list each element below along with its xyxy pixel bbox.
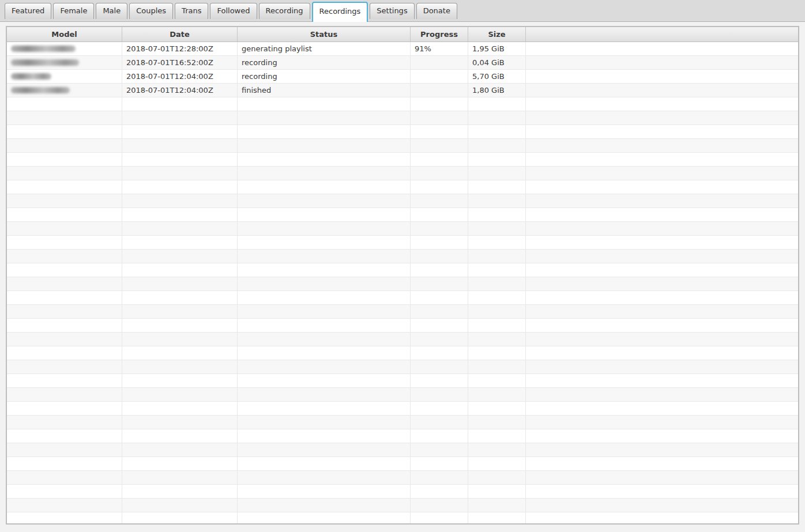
empty-cell: [122, 429, 238, 443]
empty-cell: [7, 277, 122, 290]
empty-cell: [122, 277, 238, 290]
empty-cell: [238, 180, 411, 194]
tab-couples[interactable]: Couples: [129, 3, 173, 19]
empty-cell: [411, 346, 468, 360]
empty-cell: [238, 333, 411, 346]
empty-cell: [526, 416, 798, 429]
empty-cell: [238, 153, 411, 166]
model-name-redacted: [11, 87, 70, 93]
empty-cell: [411, 111, 468, 124]
cell-model: [7, 84, 122, 97]
table-row[interactable]: 2018-07-01T12:04:00Z recording 5,70 GiB: [7, 70, 798, 84]
table-row[interactable]: 2018-07-01T16:52:00Z recording 0,04 GiB: [7, 56, 798, 70]
tab-trans[interactable]: Trans: [175, 3, 208, 19]
tab-female[interactable]: Female: [53, 3, 94, 19]
empty-cell: [238, 429, 411, 443]
cell-status: finished: [238, 84, 411, 97]
empty-cell: [238, 443, 411, 456]
empty-cell: [238, 222, 411, 235]
empty-cell: [7, 263, 122, 277]
empty-cell: [526, 180, 798, 194]
empty-cell: [411, 291, 468, 304]
empty-row: [7, 319, 798, 333]
empty-cell: [411, 416, 468, 429]
cell-status: recording: [238, 56, 411, 69]
column-header-date[interactable]: Date: [122, 27, 238, 41]
column-header-progress[interactable]: Progress: [411, 27, 468, 41]
empty-cell: [526, 125, 798, 138]
table-row[interactable]: 2018-07-01T12:04:00Z finished 1,80 GiB: [7, 84, 798, 97]
column-header-model[interactable]: Model: [7, 27, 122, 41]
empty-cell: [468, 457, 526, 470]
empty-cell: [238, 499, 411, 512]
empty-cell: [7, 250, 122, 263]
empty-cell: [526, 139, 798, 152]
empty-cell: [468, 277, 526, 290]
empty-cell: [7, 180, 122, 194]
empty-cell: [238, 416, 411, 429]
empty-cell: [411, 457, 468, 470]
cell-status: recording: [238, 70, 411, 83]
empty-cell: [122, 111, 238, 124]
empty-row: [7, 485, 798, 499]
tab-recording[interactable]: Recording: [259, 3, 310, 19]
cell-date: 2018-07-01T12:04:00Z: [122, 84, 238, 97]
empty-row: [7, 250, 798, 263]
empty-row: [7, 471, 798, 485]
empty-cell: [468, 263, 526, 277]
empty-row: [7, 208, 798, 222]
empty-cell: [7, 333, 122, 346]
empty-cell: [122, 139, 238, 152]
empty-cell: [238, 139, 411, 152]
tab-settings[interactable]: Settings: [370, 3, 414, 19]
empty-cell: [122, 388, 238, 401]
tab-followed[interactable]: Followed: [210, 3, 257, 19]
empty-cell: [238, 250, 411, 263]
empty-cell: [411, 305, 468, 318]
tab-recordings[interactable]: Recordings: [312, 2, 368, 22]
empty-cell: [122, 153, 238, 166]
cell-size: 1,95 GiB: [468, 42, 526, 55]
tab-male[interactable]: Male: [96, 3, 127, 19]
empty-cell: [411, 97, 468, 111]
empty-cell: [122, 319, 238, 332]
empty-cell: [411, 360, 468, 373]
empty-cell: [411, 319, 468, 332]
empty-cell: [122, 125, 238, 138]
empty-cell: [526, 333, 798, 346]
empty-cell: [238, 277, 411, 290]
empty-row: [7, 457, 798, 471]
empty-cell: [526, 374, 798, 387]
empty-cell: [468, 485, 526, 498]
empty-cell: [122, 443, 238, 456]
column-header-size[interactable]: Size: [468, 27, 526, 41]
empty-cell: [238, 125, 411, 138]
cell-progress: [411, 56, 468, 69]
empty-cell: [7, 388, 122, 401]
empty-cell: [7, 457, 122, 470]
table-row[interactable]: 2018-07-01T12:28:00Z generating playlist…: [7, 42, 798, 56]
empty-cell: [238, 263, 411, 277]
empty-cell: [411, 180, 468, 194]
empty-cell: [411, 485, 468, 498]
empty-cell: [411, 263, 468, 277]
empty-cell: [526, 388, 798, 401]
cell-size: 5,70 GiB: [468, 70, 526, 83]
empty-cell: [122, 374, 238, 387]
empty-cell: [411, 443, 468, 456]
empty-cell: [468, 250, 526, 263]
empty-cell: [122, 167, 238, 180]
empty-cell: [122, 180, 238, 194]
empty-cell: [411, 374, 468, 387]
empty-cell: [122, 499, 238, 512]
empty-cell: [122, 208, 238, 221]
cell-date: 2018-07-01T12:04:00Z: [122, 70, 238, 83]
empty-cell: [411, 277, 468, 290]
empty-cell: [526, 512, 798, 524]
tab-featured[interactable]: Featured: [5, 3, 51, 19]
column-header-status[interactable]: Status: [238, 27, 411, 41]
tab-donate[interactable]: Donate: [416, 3, 457, 19]
empty-cell: [411, 222, 468, 235]
empty-row: [7, 222, 798, 236]
empty-cell: [468, 305, 526, 318]
